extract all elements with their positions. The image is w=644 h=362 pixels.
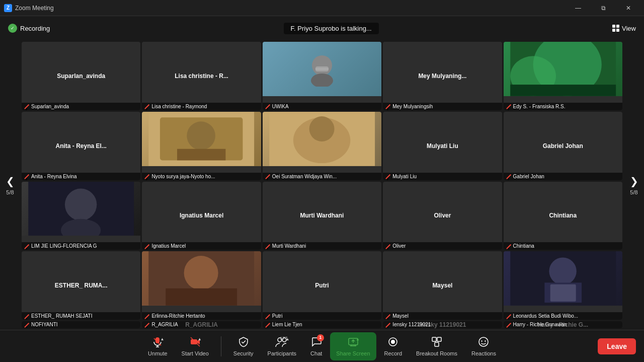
- cell-bottom-3: UWIKA: [263, 103, 381, 110]
- breakout-rooms-button[interactable]: Breakout Rooms: [410, 332, 463, 360]
- participant-photo-17: [142, 251, 261, 306]
- cell-bottom-1: Suparlan_avinda: [22, 103, 140, 110]
- recording-badge: ✓ Recording: [8, 24, 50, 33]
- svg-point-19: [184, 256, 218, 290]
- grid-view-icon: [612, 25, 619, 32]
- mute-icon-2: [144, 104, 149, 109]
- reactions-button[interactable]: Reactions: [465, 332, 502, 360]
- svg-point-0: [312, 55, 332, 76]
- participant-cell-1: Suparlan_avinda Suparlan_avinda: [22, 42, 140, 110]
- cell-bottom-21: NOFIYANTI: [22, 321, 140, 328]
- minimize-button[interactable]: —: [567, 0, 590, 16]
- video-icon: ▲: [190, 336, 201, 349]
- participant-display-2: Lisa christine - R...: [172, 73, 231, 80]
- record-svg: [387, 336, 398, 347]
- participant-cell-17: Erlinna-Ritchie Hertanto: [142, 251, 261, 320]
- view-label: View: [622, 25, 636, 32]
- record-icon: [387, 336, 398, 349]
- cell-label-4: Mey Mulyaningsih: [392, 104, 499, 109]
- participants-label: Participants: [268, 350, 296, 356]
- mute-icon-6: [24, 174, 29, 179]
- participant-cell-8: Oei Suratman Widjaya Win...: [263, 112, 381, 180]
- participant-display-9: Mulyati Liu: [424, 142, 461, 150]
- participant-display-16: ESTHER_ RUMA...: [52, 282, 111, 289]
- svg-rect-24: [550, 284, 576, 302]
- avatar-svg-3: [304, 51, 340, 87]
- next-page-button[interactable]: ❯ 5/8: [624, 40, 644, 330]
- mute-icon-20: [506, 314, 511, 319]
- cell-bottom-2: Lisa christine - Raymond: [142, 103, 261, 110]
- mic-icon: ▲: [152, 336, 163, 349]
- chat-label: Chat: [310, 350, 322, 356]
- record-button[interactable]: Record: [378, 332, 408, 360]
- participant-cell-10: Gabriel Johan Gabriel Johan: [504, 112, 622, 180]
- cell-label-17: Erlinna-Ritchie Hertanto: [151, 313, 258, 319]
- participant-cell-13: Murti Wardhani Murti Wardhani: [263, 182, 381, 250]
- photo-svg-17: [142, 251, 261, 306]
- prev-page-button[interactable]: ❮ 5/8: [0, 40, 20, 330]
- unmute-chevron: ▲: [160, 337, 164, 341]
- cell-bottom-19: Maysel: [383, 312, 502, 320]
- participant-photo-3: [263, 42, 381, 96]
- participant-cell-16: ESTHER_ RUMA... ESTHER_ RUMAH SEJATI: [22, 251, 140, 320]
- mute-icon-13: [265, 244, 270, 249]
- toolbar: ▲ Unmute ▲ Start Video Security: [0, 330, 644, 362]
- unmute-label: Unmute: [148, 350, 168, 356]
- breakout-rooms-label: Breakout Rooms: [416, 350, 457, 356]
- participant-cell-7: Nyoto surya jaya-Nyoto ho...: [142, 112, 261, 180]
- photo-svg-8: [263, 112, 381, 166]
- participant-display-6: Anita - Reyna El...: [53, 142, 110, 150]
- cell-label-18: Putri: [272, 313, 379, 319]
- svg-point-50: [485, 340, 486, 341]
- participant-cell-23: Liem Lie Tjen: [263, 321, 381, 328]
- mute-icon-10: [506, 174, 511, 179]
- maximize-button[interactable]: ⧉: [592, 0, 615, 16]
- cell-bottom-13: Murti Wardhani: [263, 242, 381, 250]
- participants-icon: 177 ▲: [275, 336, 288, 349]
- cell-bottom-5: Edy S. - Fransiska R.S.: [504, 103, 622, 110]
- participant-cell-22: R_AGRILIA R_AGRILIA: [142, 321, 261, 328]
- leave-button[interactable]: Leave: [598, 338, 636, 354]
- participant-display-19: Maysel: [429, 282, 455, 289]
- participant-cell-2: Lisa christine - R... Lisa christine - R…: [142, 42, 261, 110]
- cell-bottom-23: Liem Lie Tjen: [263, 321, 381, 328]
- window-controls[interactable]: — ⧉ ✕: [567, 0, 640, 16]
- svg-point-44: [391, 340, 395, 344]
- participant-cell-9: Mulyati Liu Mulyati Liu: [383, 112, 502, 180]
- mute-icon-8: [265, 174, 270, 179]
- participant-display-13: Murti Wardhani: [297, 212, 347, 219]
- participant-photo-7: [142, 112, 261, 166]
- cell-label-14: Oliver: [392, 243, 499, 249]
- view-button[interactable]: View: [612, 25, 636, 32]
- start-video-button[interactable]: ▲ Start Video: [176, 332, 215, 360]
- cell-label-6: Anita - Reyna Elvina: [31, 174, 138, 179]
- mute-icon-21: [24, 322, 29, 327]
- participant-cell-25: Harry - Richie G... Harry - Richie Gunaw…: [504, 321, 622, 328]
- close-button[interactable]: ✕: [617, 0, 640, 16]
- participant-cell-12: Ignatius Marcel Ignatius Marcel: [142, 182, 261, 250]
- cell-label-22: R_AGRILIA: [151, 322, 258, 327]
- share-screen-button[interactable]: ▲ Share Screen: [330, 332, 376, 360]
- mute-icon-17: [144, 314, 149, 319]
- participants-button[interactable]: 177 ▲ Participants: [262, 332, 302, 360]
- mute-icon-24: [385, 322, 390, 327]
- svg-point-10: [187, 121, 216, 150]
- chat-button[interactable]: 1 Chat: [304, 332, 328, 360]
- svg-rect-7: [510, 85, 616, 96]
- unmute-button[interactable]: ▲ Unmute: [142, 332, 174, 360]
- share-screen-icon: ▲: [348, 336, 359, 349]
- participant-cell-21: NOFIYANTI: [22, 321, 140, 328]
- mute-icon-16: [24, 314, 29, 319]
- participant-cell-3: UWIKA: [263, 42, 381, 110]
- security-button[interactable]: Security: [227, 332, 260, 360]
- participant-cell-6: Anita - Reyna El... Anita - Reyna Elvina: [22, 112, 140, 180]
- title-bar-left: Z Zoom Meeting: [4, 4, 54, 12]
- record-label: Record: [384, 350, 402, 356]
- security-icon: [238, 336, 249, 349]
- cell-label-7: Nyoto surya jaya-Nyoto ho...: [151, 174, 258, 179]
- mute-icon-18: [265, 314, 270, 319]
- mute-icon-7: [144, 174, 149, 179]
- participant-photo-8: [263, 112, 381, 166]
- chat-badge: 1: [317, 334, 324, 341]
- cell-label-11: LIM JIE LING-FLORENCIA G: [31, 243, 138, 249]
